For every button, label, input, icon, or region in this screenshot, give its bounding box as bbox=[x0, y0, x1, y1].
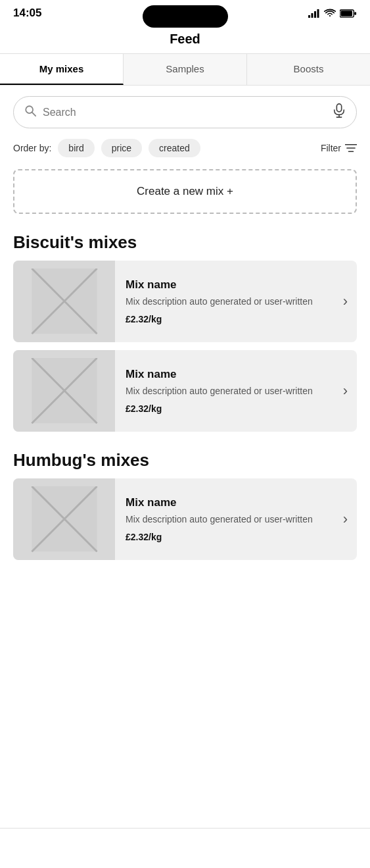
status-time: 14:05 bbox=[13, 7, 41, 20]
search-input[interactable] bbox=[43, 107, 326, 118]
page-title: Feed bbox=[170, 32, 200, 46]
mix-info: Mix name Mix description auto generated … bbox=[115, 350, 343, 432]
section-humbugs-mixes: Humbug's mixes Mix name Mix description … bbox=[13, 450, 357, 560]
main-content: Order by: bird price created Filter Crea… bbox=[0, 86, 370, 644]
section-biscuits-mixes: Biscuit's mixes Mix name Mix description… bbox=[13, 232, 357, 432]
signal-icon bbox=[308, 9, 320, 18]
tab-samples[interactable]: Samples bbox=[124, 54, 247, 85]
mix-name: Mix name bbox=[126, 368, 334, 381]
mix-card[interactable]: Mix name Mix description auto generated … bbox=[13, 350, 357, 432]
order-btn-bird[interactable]: bird bbox=[58, 139, 94, 157]
mix-card[interactable]: Mix name Mix description auto generated … bbox=[13, 261, 357, 342]
mix-name: Mix name bbox=[126, 278, 334, 292]
order-by-row: Order by: bird price created Filter bbox=[13, 139, 357, 157]
search-bar[interactable] bbox=[13, 96, 357, 128]
mix-thumbnail bbox=[13, 350, 115, 432]
chevron-right-icon: › bbox=[343, 350, 357, 432]
tab-my-mixes[interactable]: My mixes bbox=[0, 54, 124, 85]
svg-rect-0 bbox=[308, 15, 310, 18]
mix-description: Mix description auto generated or user-w… bbox=[126, 295, 334, 309]
filter-icon bbox=[345, 143, 357, 153]
mix-price: £2.32/kg bbox=[126, 314, 334, 324]
order-btn-created[interactable]: created bbox=[149, 139, 200, 157]
mix-thumbnail bbox=[13, 261, 115, 342]
mix-info: Mix name Mix description auto generated … bbox=[115, 261, 343, 342]
mix-description: Mix description auto generated or user-w… bbox=[126, 385, 334, 398]
page-header: Feed bbox=[0, 24, 370, 54]
dynamic-island bbox=[143, 5, 228, 28]
svg-rect-1 bbox=[312, 13, 313, 18]
order-btn-price[interactable]: price bbox=[101, 139, 142, 157]
home-indicator-wrapper bbox=[0, 829, 370, 868]
mix-name: Mix name bbox=[126, 496, 334, 509]
search-icon bbox=[24, 105, 36, 120]
svg-rect-9 bbox=[336, 104, 341, 112]
section-title-biscuits: Biscuit's mixes bbox=[13, 232, 357, 253]
svg-rect-3 bbox=[317, 9, 319, 18]
svg-rect-2 bbox=[314, 11, 316, 18]
status-icons bbox=[308, 9, 357, 18]
mix-description: Mix description auto generated or user-w… bbox=[126, 513, 334, 526]
chevron-right-icon: › bbox=[343, 478, 357, 560]
mix-price: £2.32/kg bbox=[126, 532, 334, 542]
mix-info: Mix name Mix description auto generated … bbox=[115, 478, 343, 560]
mix-thumbnail bbox=[13, 478, 115, 560]
tabs-container: My mixes Samples Boosts bbox=[0, 54, 370, 86]
chevron-right-icon: › bbox=[343, 261, 357, 342]
section-title-humbugs: Humbug's mixes bbox=[13, 450, 357, 471]
create-mix-button[interactable]: Create a new mix + bbox=[13, 169, 357, 214]
filter-button[interactable]: Filter bbox=[321, 143, 357, 153]
tab-boosts[interactable]: Boosts bbox=[247, 54, 370, 85]
mix-card[interactable]: Mix name Mix description auto generated … bbox=[13, 478, 357, 560]
battery-icon bbox=[340, 9, 357, 18]
mic-button[interactable] bbox=[333, 103, 346, 121]
wifi-icon bbox=[324, 9, 336, 18]
svg-line-8 bbox=[32, 113, 35, 116]
svg-rect-5 bbox=[340, 11, 352, 16]
order-by-label: Order by: bbox=[13, 143, 51, 153]
mix-price: £2.32/kg bbox=[126, 403, 334, 414]
svg-rect-6 bbox=[354, 12, 356, 15]
